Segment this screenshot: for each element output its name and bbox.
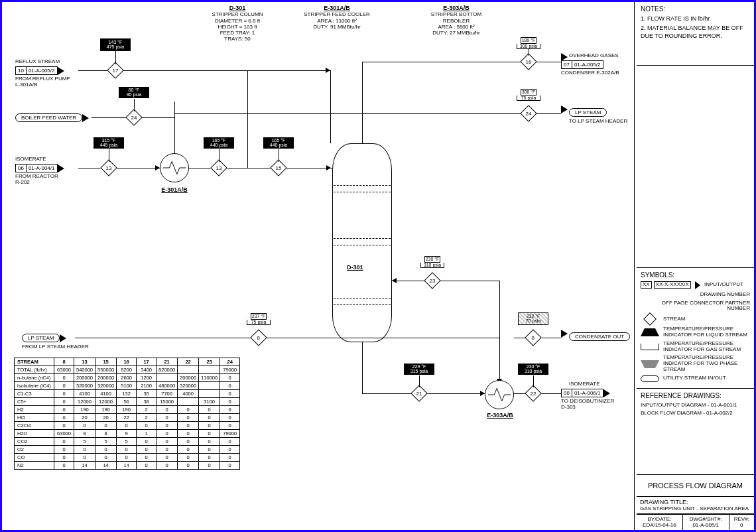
indicator-22: 230 °F310 psia — [518, 364, 548, 375]
isom-out-label: ISOMERATE — [569, 381, 600, 387]
table-row: C1-C304100410013235770040000 — [15, 390, 240, 398]
lp-steam-in: LP STEAM — [22, 334, 60, 342]
indicator-21: 229 °F315 psia — [404, 364, 434, 375]
column-d301 — [332, 143, 392, 342]
table-header: 22 — [178, 358, 199, 366]
symbols-box: SYMBOLS: XX XX-X-XXXX/X INPUT/OUTPUT DRA… — [637, 267, 754, 389]
indicator-8b: 232 °F70 psia — [518, 312, 548, 325]
arrow-icon — [326, 165, 331, 170]
table-row: HCl020202220000 — [15, 414, 240, 422]
table-header: 21 — [157, 358, 178, 366]
stream-node-24: 24 — [125, 109, 142, 125]
drawing-sheet: D-301 STRIPPER COLUMN DIAMETER = 6.8 ft … — [0, 0, 756, 532]
stream-node-13b: 13 — [210, 159, 227, 176]
diamond-icon — [643, 312, 657, 326]
table-row: n-butane (nC4)02000002000002600120020000… — [15, 374, 240, 382]
heat-exchanger-e303 — [485, 380, 514, 409]
equip-e301-header: E-301A/B STRIPPER FEED COOLER AREA : 110… — [294, 5, 380, 30]
reflux-ref: 01-A-005/2 — [27, 66, 58, 75]
stream-node-13a: 13 — [100, 159, 117, 176]
isom-in-num: 06 — [15, 164, 27, 172]
table-header: 13 — [74, 358, 95, 366]
e303-tag: E-303A/B — [413, 5, 499, 11]
stream-node-15: 15 — [270, 159, 286, 176]
arrow-icon — [155, 165, 160, 170]
table-row: H2019019019020000 — [15, 406, 240, 414]
stream-node-24b: 24 — [520, 105, 536, 121]
table-row: H2O63000889100079000 — [15, 430, 240, 438]
sidebar: NOTES: 1. FLOW RATE IS IN lb/hr. 2. MATE… — [637, 2, 754, 530]
heat-exchanger-e301 — [160, 153, 189, 182]
arrow-icon — [392, 278, 397, 283]
gas-indicator-icon — [641, 344, 659, 350]
table-header: 17 — [137, 358, 157, 366]
table-header: 8 — [54, 358, 74, 366]
table-row: O2000000000 — [15, 446, 240, 454]
symbols-header: SYMBOLS: — [641, 271, 750, 279]
indicator-16: 189 °F300 psia — [513, 37, 544, 49]
indicator-13a: 315 °F445 psia — [94, 137, 124, 149]
arrow-icon — [58, 67, 64, 75]
stream-node-23: 23 — [424, 272, 440, 289]
stream-node-22: 22 — [525, 385, 541, 401]
indicator-24a: 80 °F80 psia — [119, 87, 149, 98]
stream-node-21: 21 — [410, 385, 427, 401]
indicator-23: 230 °F310 psia — [417, 256, 448, 268]
references-box: REFERENCE DRAWINGS: INPUT/OUTPUT DIAGRAM… — [637, 389, 754, 475]
arrow-icon — [561, 330, 568, 338]
bfw-label: BOILER FEED WATER — [15, 113, 82, 122]
arrow-icon — [603, 389, 610, 397]
overhead-label: OVERHEAD GASES — [569, 53, 619, 59]
reflux-stream-label: REFLUX STREAM — [15, 59, 60, 65]
table-row: CO2055500000 — [15, 438, 240, 446]
equip-d301-header: D-301 STRIPPER COLUMN DIAMETER = 6.8 ft … — [201, 5, 274, 42]
stream-node-17: 17 — [107, 62, 123, 78]
reflux-sub: FROM REFLUX PUMP L-301A/B — [15, 76, 70, 88]
references-header: REFERENCE DRAWINGS: — [641, 392, 750, 399]
arrow-icon — [58, 165, 64, 172]
two-phase-indicator-icon — [641, 360, 659, 368]
table-row: C5+0120001200056381500031000 — [15, 398, 240, 406]
drawing-title-box: DRAWING TITLE: GAS STRIPPING UNIT - SEPA… — [637, 497, 754, 514]
arrow-icon — [561, 105, 568, 113]
notes-header: NOTES: — [641, 5, 750, 13]
lp-steam-out: LP STEAM — [569, 108, 607, 117]
table-row: isobutane (iC4)0320000320000510021004800… — [15, 382, 240, 390]
stream-node-8b: 8 — [525, 329, 541, 346]
stream-node-16: 16 — [520, 53, 536, 70]
e301-tag-below: E-301A/B — [155, 186, 194, 193]
d301-label-in-column: D-301 — [347, 264, 363, 271]
indicator-24b: 308 °F75 psia — [513, 89, 544, 101]
arrow-icon — [480, 391, 485, 396]
table-header: 16 — [117, 358, 137, 366]
notes-box: NOTES: 1. FLOW RATE IS IN lb/hr. 2. MATE… — [637, 2, 754, 66]
d301-tag: D-301 — [201, 5, 274, 11]
arrow-icon — [82, 114, 89, 122]
table-row: C2Cl4000000000 — [15, 422, 240, 430]
e303-tag-below: E-303A/B — [478, 412, 522, 419]
table-header: 15 — [95, 358, 117, 366]
spacer — [637, 66, 754, 267]
arrow-icon — [695, 281, 700, 289]
table-header: STREAM — [15, 358, 54, 366]
condensate-out: CONDENSATE OUT — [569, 332, 630, 341]
table-row: CO000000000 — [15, 454, 240, 462]
stream-node-8a: 8 — [250, 329, 267, 346]
pfd-title: PROCESS FLOW DIAGRAM — [637, 475, 754, 497]
utility-icon — [641, 375, 659, 382]
table-header: 23 — [199, 358, 220, 366]
material-balance-table: STREAM81315161721222324TOTAL (lb/hr)6300… — [14, 358, 240, 470]
equip-e303-header: E-303A/B STRIPPER BOTTOM REBOILER AREA :… — [413, 5, 499, 36]
isom-in-ref: 01-A-004/1 — [27, 164, 58, 172]
e301-tag: E-301A/B — [294, 5, 380, 11]
isomerate-in-label: ISOMERATE — [15, 157, 46, 163]
indicator-8a: 237 °F75 psia — [243, 313, 274, 325]
diagram-area: D-301 STRIPPER COLUMN DIAMETER = 6.8 ft … — [2, 2, 635, 530]
liquid-indicator-icon — [641, 328, 659, 336]
indicator-13b: 165 °F440 psia — [204, 137, 234, 149]
table-row: N2014141400000 — [15, 462, 240, 470]
table-row: TOTAL (lb/hr)630005400005500008200340082… — [15, 366, 240, 374]
table-header: 24 — [220, 358, 240, 366]
indicator-15: 165 °F440 psia — [263, 137, 294, 149]
arrow-icon — [326, 68, 330, 73]
